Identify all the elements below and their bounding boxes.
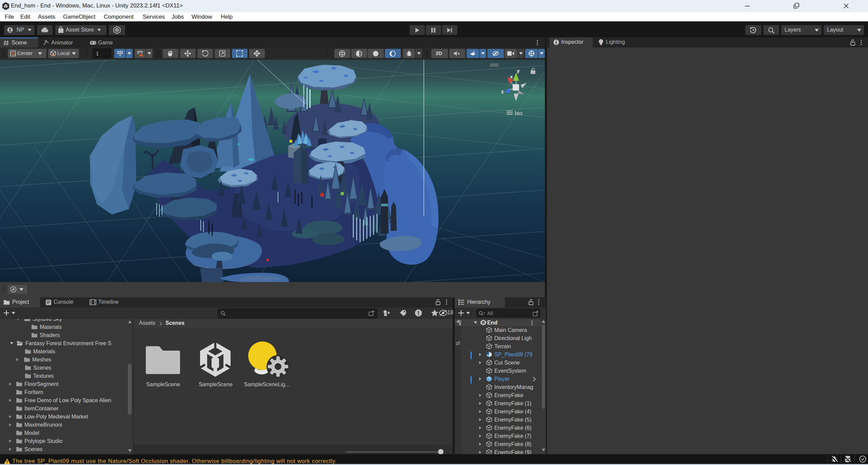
svg-text:Meshes: Meshes: [32, 357, 51, 362]
svg-text:Fantasy Forest Environment Fre: Fantasy Forest Environment Free S: [25, 340, 111, 346]
svg-text:EnemyFake (5): EnemyFake (5): [494, 417, 531, 423]
svg-text:EnemyFake (1): EnemyFake (1): [494, 401, 531, 406]
svg-text:EnemyFake (9): EnemyFake (9): [494, 449, 531, 454]
svg-text:FloorSegment: FloorSegment: [24, 381, 59, 387]
svg-text:Y: Y: [119, 54, 121, 57]
svg-text:Scenes: Scenes: [33, 365, 51, 371]
svg-text:Low-Poly Medieval Market: Low-Poly Medieval Market: [24, 414, 88, 420]
svg-text:End: End: [487, 320, 497, 326]
svg-text:EnemyFake (7): EnemyFake (7): [494, 433, 531, 439]
svg-text:Polytope Studio: Polytope Studio: [24, 438, 62, 444]
svg-text:EnemyFake (6): EnemyFake (6): [494, 425, 531, 431]
svg-text:Main Camera: Main Camera: [494, 327, 527, 333]
svg-text:Terrain: Terrain: [494, 343, 511, 349]
svg-text:Materials: Materials: [33, 349, 55, 354]
svg-text:Scenes: Scenes: [24, 446, 42, 452]
svg-text:Materials: Materials: [40, 324, 62, 330]
svg-text:D: D: [116, 29, 118, 32]
svg-text:EventSystem: EventSystem: [494, 368, 526, 374]
svg-text:EnemyFake (8): EnemyFake (8): [494, 441, 531, 447]
svg-text:Stylized Sky: Stylized Sky: [33, 319, 62, 322]
svg-text:ItemContainer: ItemContainer: [24, 406, 59, 411]
svg-text:Free Demo of Low Poly Space Al: Free Demo of Low Poly Space Alien: [24, 397, 111, 403]
svg-text:Cut Scene: Cut Scene: [494, 360, 520, 366]
svg-text:SP_Plant09 (79: SP_Plant09 (79: [494, 352, 532, 358]
svg-text:MaximeBrunoni: MaximeBrunoni: [24, 422, 62, 428]
svg-text:y: y: [517, 68, 520, 74]
svg-text:x: x: [510, 74, 513, 79]
svg-text:Player: Player: [494, 376, 510, 382]
svg-text:InventoryManag: InventoryManag: [494, 384, 533, 390]
svg-text:EnemyFake: EnemyFake: [494, 392, 523, 398]
svg-text:EnemyFake (4): EnemyFake (4): [494, 409, 531, 414]
svg-text:ForItem: ForItem: [24, 389, 43, 395]
svg-text:Textures: Textures: [33, 373, 54, 379]
svg-text:Directional Ligh: Directional Ligh: [494, 335, 532, 341]
svg-text:Model: Model: [24, 430, 39, 436]
svg-text:Iso: Iso: [515, 110, 522, 116]
svg-text:Shaders: Shaders: [40, 332, 60, 338]
svg-text:z: z: [501, 89, 504, 94]
